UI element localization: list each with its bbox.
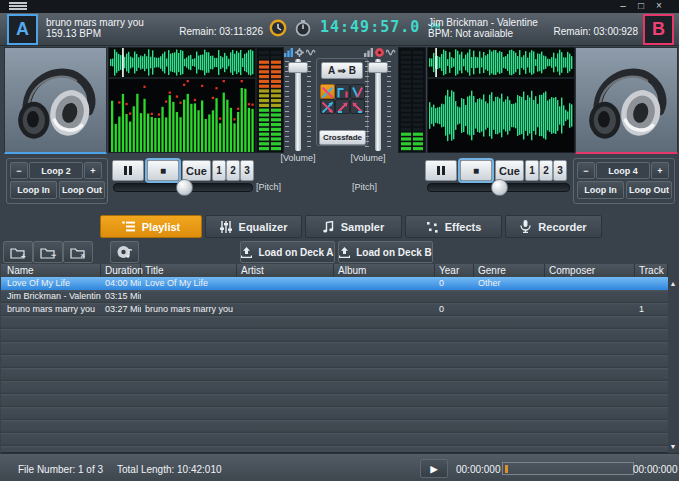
- table-cell: bruno mars marry you: [141, 303, 237, 316]
- deck-b-hotcue-2-button[interactable]: 2: [539, 160, 553, 181]
- deck-a-loop-display: Loop 2: [29, 162, 83, 179]
- title-bar: – □ ×: [0, 0, 679, 13]
- preview-play-button[interactable]: ▶: [420, 459, 448, 478]
- deck-a-spectrum-analyzer: [108, 78, 256, 153]
- maximize-button[interactable]: □: [635, 0, 647, 11]
- column-header-name[interactable]: Name: [3, 264, 101, 277]
- upload-icon: [241, 247, 252, 258]
- deck-a-waveform-overview[interactable]: [108, 47, 256, 78]
- gear-icon[interactable]: [295, 48, 304, 57]
- close-button[interactable]: ×: [653, 0, 665, 11]
- deck-b-loop-minus-button[interactable]: −: [577, 162, 595, 179]
- column-header-album[interactable]: Album: [334, 264, 435, 277]
- tab-effects[interactable]: Effects: [405, 215, 502, 238]
- table-cell: [435, 290, 474, 303]
- column-header-artist[interactable]: Artist: [237, 264, 334, 277]
- deck-a-pitch-slider[interactable]: [113, 183, 253, 192]
- table-row[interactable]: Love Of My Life04:00 MinLove Of My Life0…: [1, 277, 668, 290]
- deck-a-pitch-handle[interactable]: [176, 179, 193, 196]
- preview-progress-bar[interactable]: [502, 462, 634, 475]
- ab-crossfade-button[interactable]: A ⇒ B: [321, 62, 363, 79]
- deck-b-cue-button[interactable]: Cue: [495, 160, 524, 181]
- deck-b-volume-handle[interactable]: [368, 62, 388, 73]
- wave-icon[interactable]: [386, 48, 396, 57]
- deck-b-loop-plus-button[interactable]: +: [651, 162, 669, 179]
- crossfade-pattern-5[interactable]: [335, 99, 350, 114]
- app-window: – □ × A bruno mars marry you 159.13 BPM …: [0, 0, 679, 481]
- deck-b-pause-button[interactable]: [425, 160, 457, 181]
- deck-a-loop-minus-button[interactable]: −: [10, 162, 28, 179]
- deck-b-pitch-label: [Pitch]: [352, 182, 377, 192]
- column-header-track[interactable]: Track: [635, 264, 668, 277]
- playlist-remove-icon[interactable]: −: [33, 241, 63, 263]
- deck-b-volume-slider[interactable]: [363, 59, 393, 151]
- status-bar: File Number: 1 of 3 Total Length: 10:42:…: [0, 453, 679, 481]
- tab-playlist[interactable]: Playlist: [100, 215, 202, 238]
- table-cell: [545, 277, 635, 290]
- deck-b-stop-button[interactable]: ■: [460, 160, 492, 181]
- tab-sampler[interactable]: Sampler: [305, 215, 402, 238]
- scroll-up-icon[interactable]: ▲: [668, 280, 678, 287]
- stopwatch-icon[interactable]: [294, 19, 312, 37]
- deck-b-loop-out-button[interactable]: Loop Out: [626, 181, 672, 199]
- deck-b-waveform-overview[interactable]: [427, 47, 575, 78]
- table-cell: bruno mars marry you: [3, 303, 101, 316]
- deck-a-volume-label: [Volume]: [275, 153, 321, 163]
- table-cell: 03:15 Min: [101, 290, 141, 303]
- crossfade-pattern-2[interactable]: [335, 84, 350, 99]
- table-row[interactable]: bruno mars marry you03:27 Minbruno mars …: [1, 303, 668, 316]
- file-number-status: File Number: 1 of 3: [18, 464, 103, 475]
- column-header-year[interactable]: Year: [435, 264, 474, 277]
- cd-music-icon[interactable]: [110, 241, 139, 263]
- elapsed-time: 00:00:000: [456, 464, 501, 475]
- table-cell: Love Of My Life: [3, 277, 101, 290]
- tab-label: Equalizer: [239, 221, 288, 233]
- deck-a-cue-button[interactable]: Cue: [182, 160, 211, 181]
- headphones-image: [9, 53, 101, 147]
- crossfade-pattern-4[interactable]: [320, 99, 335, 114]
- scroll-down-icon[interactable]: ▼: [668, 443, 678, 450]
- table-cell: [334, 290, 435, 303]
- deck-b-loop-in-button[interactable]: Loop In: [577, 181, 624, 199]
- deck-a-volume-handle[interactable]: [288, 62, 308, 73]
- deck-a-loop-out-button[interactable]: Loop Out: [59, 181, 105, 199]
- deck-a-loop-plus-button[interactable]: +: [84, 162, 102, 179]
- playlist-add-icon[interactable]: +: [3, 241, 33, 263]
- deck-b-pitch-slider[interactable]: [427, 183, 570, 192]
- playlist-clear-icon[interactable]: ×: [63, 241, 93, 263]
- column-header-composer[interactable]: Composer: [545, 264, 635, 277]
- minimize-button[interactable]: –: [617, 0, 629, 11]
- deck-a-stop-button[interactable]: ■: [147, 160, 179, 181]
- deck-a-loop-in-button[interactable]: Loop In: [10, 181, 57, 199]
- deck-b-hotcue-3-button[interactable]: 3: [553, 160, 567, 181]
- deck-a-hotcue-2-button[interactable]: 2: [226, 160, 240, 181]
- record-icon[interactable]: [375, 48, 384, 57]
- deck-b-vu-meter: [398, 47, 426, 153]
- tab-recorder[interactable]: Recorder: [505, 215, 602, 238]
- deck-b-pitch-handle[interactable]: [491, 179, 508, 196]
- tab-equalizer[interactable]: Equalizer: [205, 215, 302, 238]
- deck-a-hotcue-3-button[interactable]: 3: [240, 160, 254, 181]
- crossfade-pattern-1[interactable]: [320, 84, 335, 99]
- load-deck-a-button[interactable]: Load on Deck A: [240, 241, 335, 263]
- menu-icon[interactable]: [9, 2, 27, 11]
- clock-icon[interactable]: [269, 19, 287, 37]
- column-header-duration[interactable]: Duration: [101, 264, 141, 277]
- wave-icon[interactable]: [306, 48, 316, 57]
- deck-a-pause-button[interactable]: [112, 160, 144, 181]
- deck-b-hotcue-1-button[interactable]: 1: [525, 160, 539, 181]
- deck-a-volume-slider[interactable]: [283, 59, 313, 151]
- bars-icon[interactable]: [364, 48, 373, 57]
- load-deck-a-label: Load on Deck A: [258, 247, 333, 258]
- total-length-status: Total Length: 10:42:010: [117, 464, 222, 475]
- load-deck-b-button[interactable]: Load on Deck B: [338, 241, 433, 263]
- column-header-genre[interactable]: Genre: [474, 264, 545, 277]
- deck-a-hotcue-1-button[interactable]: 1: [212, 160, 226, 181]
- bars-icon[interactable]: [284, 48, 293, 57]
- table-row[interactable]: Jim Brickman - Valentine03:15 Min: [1, 290, 668, 303]
- column-header-title[interactable]: Title: [141, 264, 237, 277]
- headphones-image: [580, 53, 672, 147]
- crossfade-button[interactable]: Crossfade: [319, 130, 366, 145]
- progress-tick: [505, 465, 508, 473]
- upload-icon: [339, 247, 350, 258]
